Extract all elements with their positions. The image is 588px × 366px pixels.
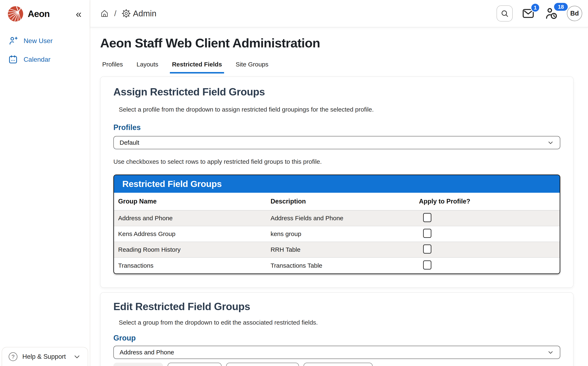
table-row: Address and Phone Address Fields and Pho…	[114, 211, 560, 226]
cell-description: kens group	[267, 230, 415, 237]
column-apply-to-profile: Apply to Profile?	[415, 193, 560, 210]
column-description: Description	[267, 193, 415, 210]
breadcrumb-page-label: Admin	[133, 9, 156, 18]
person-add-icon	[8, 36, 18, 46]
save-group-button[interactable]: Save Group	[113, 363, 163, 366]
page-title: Aeon Staff Web Client Administration	[100, 36, 573, 50]
sidebar: Aeon « New User Calend	[0, 0, 90, 366]
table-row: Kens Address Group kens group	[114, 226, 560, 242]
copy-to-new-group-button[interactable]: Copy to New Group	[226, 363, 299, 366]
sidebar-item-calendar[interactable]: Calendar	[0, 51, 90, 68]
apply-checkbox[interactable]	[423, 244, 431, 254]
cell-group-name: Kens Address Group	[114, 230, 267, 237]
profile-select-value: Default	[119, 139, 139, 146]
logo-row: Aeon «	[0, 0, 90, 26]
main-area: / Admin	[90, 0, 588, 366]
chevron-down-icon	[547, 139, 554, 146]
cell-description: Address Fields and Phone	[267, 215, 415, 222]
search-button[interactable]	[497, 5, 513, 22]
mail-badge: 1	[530, 3, 540, 12]
group-subheading: Group	[113, 334, 560, 343]
breadcrumb: / Admin	[100, 9, 156, 18]
apply-checkbox[interactable]	[423, 213, 431, 222]
topbar-actions: 1 18 Bd	[497, 5, 582, 22]
edit-card-description: Select a group from the dropdown to edit…	[113, 319, 560, 326]
breadcrumb-admin[interactable]: Admin	[122, 9, 156, 18]
edit-restricted-field-groups-card: Edit Restricted Field Groups Select a gr…	[100, 292, 573, 366]
tab-profiles[interactable]: Profiles	[100, 58, 125, 74]
help-support-button[interactable]: ? Help & Support	[2, 347, 88, 366]
user-queue-button[interactable]: 18	[544, 6, 559, 21]
sidebar-nav: New User Calendar	[0, 31, 90, 69]
create-new-group-button[interactable]: Create New Group	[304, 363, 373, 366]
app-root: Aeon « New User Calend	[0, 0, 588, 366]
chevron-down-icon	[547, 349, 554, 356]
chevron-down-icon	[73, 352, 81, 361]
column-group-name: Group Name	[114, 193, 267, 210]
sidebar-item-new-user[interactable]: New User	[0, 32, 90, 50]
users-badge: 18	[553, 2, 569, 12]
tab-restricted-fields[interactable]: Restricted Fields	[170, 58, 224, 74]
table-header-row: Group Name Description Apply to Profile?	[114, 193, 560, 211]
sidebar-item-label: New User	[24, 37, 52, 45]
home-icon	[100, 9, 109, 18]
table-row: Transactions Transactions Table	[114, 258, 560, 274]
avatar[interactable]: Bd	[567, 6, 582, 21]
restricted-field-groups-table: Restricted Field Groups Group Name Descr…	[113, 175, 560, 274]
cell-group-name: Address and Phone	[114, 215, 267, 222]
search-icon	[500, 9, 509, 18]
topbar: / Admin	[90, 0, 588, 27]
table-title: Restricted Field Groups	[114, 175, 560, 193]
apply-checkbox[interactable]	[423, 229, 431, 238]
assign-restricted-field-groups-card: Assign Restricted Field Groups Select a …	[100, 76, 573, 288]
apply-checkbox[interactable]	[423, 260, 431, 269]
sidebar-item-label: Calendar	[24, 56, 51, 63]
help-support-label: Help & Support	[22, 353, 66, 360]
help-icon: ?	[9, 352, 17, 361]
tab-site-groups[interactable]: Site Groups	[234, 58, 270, 74]
group-select[interactable]: Address and Phone	[113, 346, 560, 359]
cell-description: RRH Table	[267, 246, 415, 253]
page-content: Aeon Staff Web Client Administration Pro…	[90, 27, 588, 366]
tab-layouts[interactable]: Layouts	[134, 58, 160, 74]
profiles-subheading: Profiles	[113, 123, 560, 132]
breadcrumb-home[interactable]	[100, 9, 109, 18]
aeon-logo-icon	[8, 6, 23, 22]
checkbox-helper-text: Use checkboxes to select rows to apply r…	[113, 158, 560, 165]
assign-card-title: Assign Restricted Field Groups	[113, 86, 560, 98]
brand-name: Aeon	[28, 9, 50, 19]
cell-description: Transactions Table	[267, 262, 415, 269]
assign-card-description: Select a profile from the dropdown to as…	[113, 106, 560, 113]
breadcrumb-separator: /	[114, 9, 117, 18]
mail-button[interactable]: 1	[521, 6, 536, 21]
cell-group-name: Reading Room History	[114, 246, 267, 253]
gear-icon	[122, 9, 131, 18]
cell-group-name: Transactions	[114, 262, 267, 269]
delete-group-button[interactable]: Delete Group	[168, 363, 221, 366]
group-select-value: Address and Phone	[119, 349, 174, 356]
profile-select[interactable]: Default	[113, 136, 560, 149]
table-row: Reading Room History RRH Table	[114, 242, 560, 258]
sidebar-collapse-button[interactable]: «	[74, 9, 83, 19]
tab-bar: Profiles Layouts Restricted Fields Site …	[100, 58, 573, 74]
group-actions: Save Group Delete Group Copy to New Grou…	[113, 363, 560, 366]
edit-card-title: Edit Restricted Field Groups	[113, 301, 560, 313]
calendar-icon	[8, 55, 18, 64]
